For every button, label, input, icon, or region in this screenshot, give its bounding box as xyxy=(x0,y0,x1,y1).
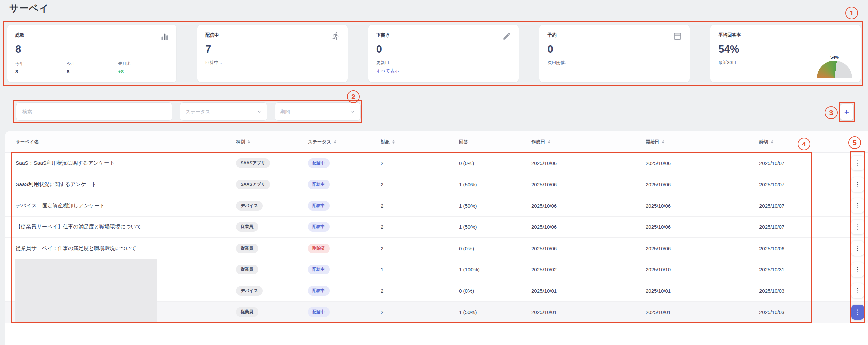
stat-card-note: 更新日: xyxy=(376,60,512,66)
plus-icon: + xyxy=(844,107,849,117)
stats-cards-row: 総数 8 今年 8 今月 8 先月比 +8 配信中 7 xyxy=(0,25,868,83)
survey-name: 【従業員サーベイ】仕事の満足度と職場環境について xyxy=(16,223,236,230)
search-input[interactable] xyxy=(16,102,173,121)
stat-card-draft: 下書き 0 更新日: すべて表示 xyxy=(368,25,519,83)
chevron-down-icon xyxy=(257,109,261,114)
column-header-label: 種別 xyxy=(236,139,245,145)
sort-icon[interactable] xyxy=(771,140,774,144)
table-row[interactable]: SaaS：SaaS利用状況に関するアンケート SAASアプリ 配信中 2 0 (… xyxy=(5,153,868,174)
show-all-link[interactable]: すべて表示 xyxy=(376,68,399,75)
created-date: 2025/10/06 xyxy=(531,224,646,230)
start-date: 2025/10/06 xyxy=(646,246,759,251)
sort-icon[interactable] xyxy=(334,140,337,144)
column-header-label: 回答 xyxy=(459,139,468,145)
survey-name: SaaS利用状況に関するアンケート xyxy=(16,181,236,188)
annotation-marker-2: 2 xyxy=(347,90,360,103)
chevron-down-icon xyxy=(350,109,355,114)
answers-count: 0 (0%) xyxy=(459,246,531,251)
column-header-label: 締切 xyxy=(759,139,768,145)
sort-icon[interactable] xyxy=(548,140,551,144)
status-badge: 配信中 xyxy=(308,222,330,232)
table-row[interactable]: 従業員サーベイ：仕事の満足度と職場環境について 従業員 削除済 2 0 (0%)… xyxy=(5,238,868,259)
row-actions-button[interactable] xyxy=(851,198,864,213)
table-row[interactable]: SaaS利用状況に関するアンケート SAASアプリ 配信中 2 1 (50%) … xyxy=(5,174,868,196)
column-header[interactable]: 作成日 xyxy=(531,139,646,145)
sub-label: 今年 xyxy=(16,61,67,67)
column-header[interactable]: ステータス xyxy=(308,139,381,145)
column-header[interactable]: 回答 xyxy=(459,139,531,145)
column-header[interactable]: 開始日 xyxy=(646,139,759,145)
row-actions-button[interactable] xyxy=(851,305,864,319)
column-header[interactable]: 締切 xyxy=(759,139,819,145)
stat-card-label: 配信中 xyxy=(205,32,340,38)
sub-value: 8 xyxy=(16,69,67,74)
created-date: 2025/10/06 xyxy=(531,160,646,166)
deadline-date: 2025/10/03 xyxy=(759,288,819,294)
column-header[interactable]: 種別 xyxy=(236,139,308,145)
column-header[interactable]: サーベイ名 xyxy=(16,139,236,145)
answers-count: 0 (0%) xyxy=(459,288,531,294)
answers-count: 1 (50%) xyxy=(459,203,531,209)
column-header-label: ステータス xyxy=(308,139,331,145)
period-filter-placeholder: 期間 xyxy=(280,108,290,115)
annotation-marker-3: 3 xyxy=(825,106,838,119)
survey-name: 従業員サーベイ：仕事の満足度と職場環境について xyxy=(16,245,236,252)
row-actions-button[interactable] xyxy=(851,220,864,234)
sort-icon[interactable] xyxy=(247,140,250,144)
stat-card-active: 配信中 7 回答中... xyxy=(197,25,348,83)
answers-count: 1 (50%) xyxy=(459,182,531,187)
deadline-date: 2025/10/07 xyxy=(759,224,819,230)
page-title: サーベイ xyxy=(9,2,49,15)
type-badge: SAASアプリ xyxy=(236,158,270,168)
status-badge: 配信中 xyxy=(308,307,330,317)
target-count: 2 xyxy=(381,160,459,166)
sub-value: 8 xyxy=(67,69,118,74)
gauge-chart xyxy=(817,61,852,78)
row-actions-button[interactable] xyxy=(851,241,864,256)
period-filter-select[interactable]: 期間 xyxy=(275,102,361,121)
stat-card-scheduled: 予約 0 次回開催: xyxy=(539,25,690,83)
table-row[interactable]: 【従業員サーベイ】仕事の満足度と職場環境について 従業員 配信中 2 1 (50… xyxy=(5,217,868,238)
type-badge: 従業員 xyxy=(236,264,258,274)
target-count: 2 xyxy=(381,246,459,251)
calendar-icon xyxy=(673,31,682,40)
target-count: 2 xyxy=(381,182,459,187)
column-header-label: サーベイ名 xyxy=(16,139,38,145)
status-filter-placeholder: ステータス xyxy=(186,108,210,115)
add-survey-button[interactable]: + xyxy=(840,104,853,120)
bar-chart-icon xyxy=(160,31,169,40)
type-badge: SAASアプリ xyxy=(236,180,270,189)
annotation-marker-1: 1 xyxy=(845,7,858,20)
table-row[interactable]: デバイス：固定資産棚卸しアンケート デバイス 配信中 2 1 (50%) 202… xyxy=(5,195,868,217)
created-date: 2025/10/06 xyxy=(531,182,646,187)
start-date: 2025/10/01 xyxy=(646,309,759,315)
column-header[interactable]: 対象 xyxy=(381,139,459,145)
response-rate-gauge-wrap: 54% xyxy=(817,55,852,78)
stat-card-note: 次回開催: xyxy=(548,60,682,66)
stat-card-label: 総数 xyxy=(16,32,169,38)
start-date: 2025/10/01 xyxy=(646,288,759,294)
answers-count: 1 (50%) xyxy=(459,309,531,315)
row-actions-button[interactable] xyxy=(851,156,864,170)
column-header-label: 開始日 xyxy=(646,139,659,145)
deadline-date: 2025/10/06 xyxy=(759,246,819,251)
gauge-value-label: 54% xyxy=(817,55,852,60)
target-count: 2 xyxy=(381,309,459,315)
start-date: 2025/10/10 xyxy=(646,266,759,272)
status-badge: 配信中 xyxy=(308,264,330,274)
created-date: 2025/10/02 xyxy=(531,266,646,272)
sort-icon[interactable] xyxy=(392,140,395,144)
stat-card-label: 平均回答率 xyxy=(718,32,853,38)
status-filter-select[interactable]: ステータス xyxy=(180,102,267,121)
row-actions-button[interactable] xyxy=(851,283,864,298)
row-actions-button[interactable] xyxy=(851,262,864,277)
row-actions-button[interactable] xyxy=(851,177,864,192)
created-date: 2025/10/06 xyxy=(531,203,646,209)
deadline-date: 2025/10/07 xyxy=(759,203,819,209)
stat-card-response-rate: 平均回答率 54% 最近30日 54% xyxy=(710,25,861,83)
stat-card-total: 総数 8 今年 8 今月 8 先月比 +8 xyxy=(7,25,177,83)
answers-count: 1 (100%) xyxy=(459,266,531,272)
type-badge: 従業員 xyxy=(236,222,258,232)
answers-count: 0 (0%) xyxy=(459,160,531,166)
sort-icon[interactable] xyxy=(662,140,665,144)
